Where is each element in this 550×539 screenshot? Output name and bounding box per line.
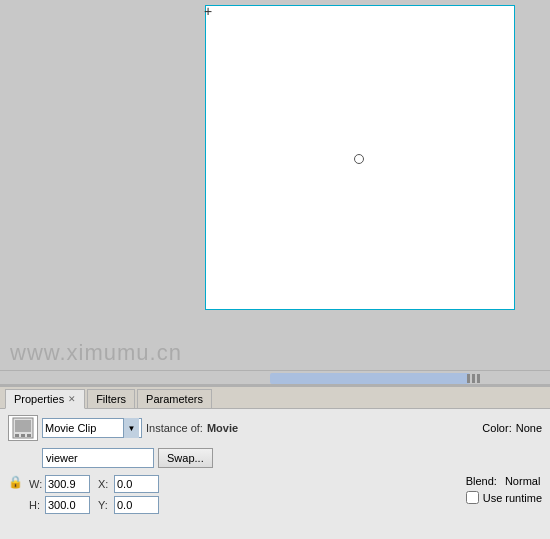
height-row: H: Y: [29,496,159,514]
svg-rect-1 [15,420,31,432]
scrollbar-grip-3 [477,374,480,383]
width-row: W: X: [29,475,159,493]
y-input[interactable] [114,496,159,514]
color-section: Color: None [482,422,542,434]
w-label: W: [29,478,43,490]
horizontal-scrollbar[interactable] [0,370,550,385]
dropdown-arrow-icon: ▼ [123,418,139,438]
lock-icon: 🔒 [8,475,23,489]
wh-xy-area: W: X: H: Y: [29,475,159,514]
type-row: Movie Clip ▼ Instance of: Movie Color: N… [8,415,542,441]
tab-properties-label: Properties [14,393,64,405]
svg-rect-2 [15,434,19,437]
x-input[interactable] [114,475,159,493]
dimensions-section: 🔒 W: X: H: Y: [8,475,458,514]
scrollbar-track[interactable] [270,373,470,384]
blend-value: Normal [505,475,540,487]
x-label: X: [98,478,112,490]
scrollbar-grip-1 [467,374,470,383]
movieclip-icon [8,415,38,441]
tab-parameters-label: Parameters [146,393,203,405]
clip-thumbnail-svg [12,417,34,439]
svg-rect-4 [27,434,31,437]
crosshair-icon: + [204,4,212,18]
use-runtime-label: Use runtime [483,492,542,504]
canvas-area: + www.ximumu.cn [0,0,550,375]
bottom-section: 🔒 W: X: H: Y: [8,475,542,514]
instance-of-value: Movie [207,422,238,434]
y-label: Y: [98,499,112,511]
instance-name-input[interactable] [42,448,154,468]
type-dropdown-value: Movie Clip [45,422,96,434]
svg-rect-3 [21,434,25,437]
center-circle [354,154,364,164]
color-label-text: Color: [482,422,511,434]
height-input[interactable] [45,496,90,514]
blend-row: Blend: Normal [466,475,541,487]
blend-section: Blend: Normal Use runtime [458,475,542,514]
tab-parameters[interactable]: Parameters [137,389,212,409]
tab-properties-close[interactable]: ✕ [68,394,76,404]
tab-filters-label: Filters [96,393,126,405]
tabs-bar: Properties ✕ Filters Parameters [0,387,550,409]
width-input[interactable] [45,475,90,493]
instance-of-label: Instance of: [146,422,203,434]
h-label: H: [29,499,43,511]
properties-panel: Properties ✕ Filters Parameters M [0,385,550,539]
tab-properties[interactable]: Properties ✕ [5,389,85,409]
name-row: Swap... [8,445,542,471]
use-runtime-checkbox[interactable] [466,491,479,504]
type-dropdown[interactable]: Movie Clip ▼ [42,418,142,438]
tab-filters[interactable]: Filters [87,389,135,409]
watermark-text: www.ximumu.cn [10,340,182,366]
blend-label: Blend: [466,475,497,487]
panel-content: Movie Clip ▼ Instance of: Movie Color: N… [0,409,550,520]
swap-button[interactable]: Swap... [158,448,213,468]
scrollbar-grip-2 [472,374,475,383]
use-runtime-row: Use runtime [466,491,542,504]
color-value: None [516,422,542,434]
